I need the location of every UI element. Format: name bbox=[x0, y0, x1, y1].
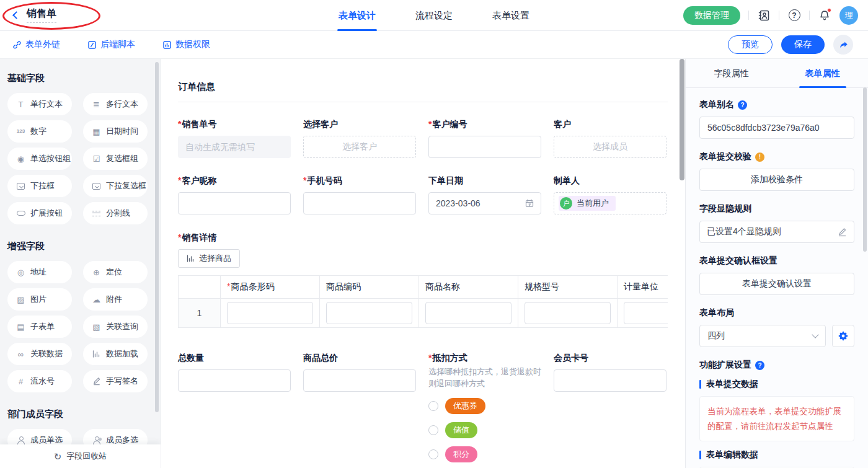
subform-header-row: *商品条形码 商品编码 商品名称 规格型号 计量单位 bbox=[179, 276, 668, 299]
field-recycle-bin[interactable]: ↻ 字段回收站 bbox=[0, 444, 161, 468]
select-member-button[interactable]: 选择成员 bbox=[554, 136, 666, 158]
notification-bell-icon[interactable] bbox=[818, 9, 831, 22]
select-goods-button[interactable]: 选择商品 bbox=[178, 249, 240, 268]
sidebar-item-multi-line-text[interactable]: ≣多行文本 bbox=[83, 93, 148, 115]
total-price-input[interactable] bbox=[303, 369, 416, 392]
user-avatar[interactable]: 理 bbox=[839, 6, 858, 25]
sidebar-item-radio-group[interactable]: ◉单选按钮组 bbox=[7, 148, 72, 170]
tab-form-setting[interactable]: 表单设置 bbox=[492, 0, 529, 31]
field-select-customer[interactable]: 选择客户 选择客户 bbox=[303, 119, 416, 158]
sidebar-item-multi-select[interactable]: 下拉复选框 bbox=[83, 175, 148, 197]
share-button[interactable] bbox=[833, 35, 853, 55]
field-customer-no[interactable]: *客户编号 bbox=[428, 119, 541, 158]
sidebar-item-serial-number[interactable]: #流水号 bbox=[7, 370, 72, 392]
tab-flow-setting[interactable]: 流程设定 bbox=[415, 0, 453, 31]
field-row-2: *客户昵称 *手机号码 下单日期 2023-03-06 制单人 户 bbox=[178, 175, 685, 214]
field-total-qty[interactable]: 总数量 bbox=[178, 353, 291, 392]
attachment-icon: ☁ bbox=[91, 296, 102, 304]
select-customer-button[interactable]: 选择客户 bbox=[303, 136, 416, 158]
form-alias-input[interactable] bbox=[699, 117, 854, 139]
form-layout-label: 表单布局 bbox=[699, 307, 854, 319]
sidebar-item-location[interactable]: ⊕定位 bbox=[83, 261, 148, 283]
tab-field-properties[interactable]: 字段属性 bbox=[686, 59, 777, 87]
deduction-option-stored-value[interactable]: 储值 bbox=[428, 422, 541, 438]
form-name-title[interactable]: 销售单 bbox=[27, 7, 56, 23]
sidebar-item-signature[interactable]: 手写签名 bbox=[83, 370, 148, 392]
sidebar-item-address[interactable]: ◎地址 bbox=[7, 261, 72, 283]
layout-settings-button[interactable] bbox=[832, 325, 854, 347]
nickname-input[interactable] bbox=[178, 192, 291, 214]
backend-script-button[interactable]: 后端脚本 bbox=[87, 39, 135, 50]
sidebar-scrollbar[interactable] bbox=[155, 62, 159, 412]
multi-select-icon bbox=[91, 183, 102, 190]
datetime-icon: ▦ bbox=[91, 128, 102, 136]
edit-icon[interactable] bbox=[838, 227, 847, 237]
mobile-input[interactable] bbox=[303, 192, 416, 214]
sidebar-item-subform[interactable]: ▤子表单 bbox=[7, 316, 72, 338]
data-permission-button[interactable]: 数据权限 bbox=[162, 39, 210, 50]
data-manage-button[interactable]: 数据管理 bbox=[683, 6, 740, 25]
sidebar-item-image[interactable]: ▨图片 bbox=[7, 288, 72, 311]
canvas-scrollbar[interactable] bbox=[680, 59, 684, 180]
field-row-3: 总数量 商品总价 *抵扣方式 选择哪种抵扣方式，退货退款时则退回哪种方式 优惠券… bbox=[178, 353, 685, 468]
external-link-button[interactable]: 表单外链 bbox=[12, 39, 60, 50]
panel-scrollbar[interactable] bbox=[863, 87, 867, 252]
field-creator[interactable]: 制单人 户 当前用户 bbox=[554, 175, 666, 214]
visibility-rules-box[interactable]: 已设置4个显隐规则 bbox=[699, 221, 854, 243]
radio-unselected[interactable] bbox=[428, 401, 438, 411]
deduction-option-coupon[interactable]: 优惠券 bbox=[428, 398, 541, 414]
subform-icon: ▤ bbox=[16, 323, 26, 331]
help-badge-icon[interactable] bbox=[738, 100, 747, 110]
bar-chart-icon bbox=[187, 255, 195, 262]
sidebar-item-number[interactable]: 123数字 bbox=[7, 120, 72, 143]
field-customer[interactable]: 客户 选择成员 bbox=[554, 119, 666, 158]
deduction-option-points[interactable]: 积分 bbox=[428, 446, 541, 462]
extension-settings-label: 功能扩展设置 bbox=[699, 360, 854, 371]
save-button[interactable]: 保存 bbox=[781, 35, 825, 54]
sidebar-item-datetime[interactable]: ▦日期时间 bbox=[83, 120, 148, 143]
subform-code-input[interactable] bbox=[326, 302, 412, 324]
subform-barcode-input[interactable] bbox=[227, 302, 313, 324]
order-date-picker[interactable]: 2023-03-06 bbox=[428, 192, 541, 214]
contacts-icon[interactable] bbox=[757, 9, 771, 22]
field-order-date[interactable]: 下单日期 2023-03-06 bbox=[428, 175, 541, 214]
layout-select[interactable]: 四列 bbox=[699, 325, 826, 347]
sidebar-item-extend-button[interactable]: 扩展按钮 bbox=[7, 202, 72, 224]
sidebar-item-attachment[interactable]: ☁附件 bbox=[83, 288, 148, 311]
warning-badge-icon[interactable] bbox=[755, 152, 764, 162]
sidebar-item-checkbox-group[interactable]: ☑复选框组 bbox=[83, 148, 148, 170]
creator-member-box[interactable]: 户 当前用户 bbox=[554, 192, 666, 214]
preview-button[interactable]: 预览 bbox=[728, 35, 773, 54]
field-sales-no[interactable]: *销售单号 bbox=[178, 119, 291, 158]
back-chevron-icon bbox=[12, 11, 20, 19]
submit-confirm-button[interactable]: 表单提交确认设置 bbox=[699, 273, 854, 295]
tab-form-design[interactable]: 表单设计 bbox=[339, 0, 376, 31]
subform-name-input[interactable] bbox=[425, 302, 512, 324]
customer-no-input[interactable] bbox=[428, 136, 541, 158]
sidebar-item-linked-data[interactable]: ∞关联数据 bbox=[7, 343, 72, 365]
submit-confirm-label: 表单提交确认框设置 bbox=[699, 255, 854, 267]
field-nickname[interactable]: *客户昵称 bbox=[178, 175, 291, 214]
section-title-enhanced-fields: 增强字段 bbox=[7, 241, 161, 252]
sidebar-item-select[interactable]: 下拉框 bbox=[7, 175, 72, 197]
field-member-card[interactable]: 会员卡号 bbox=[554, 353, 666, 392]
help-icon[interactable] bbox=[787, 9, 801, 22]
subform-unit-input[interactable] bbox=[624, 302, 668, 324]
help-badge-icon[interactable] bbox=[755, 361, 764, 370]
sidebar-item-data-load[interactable]: 数据加载 bbox=[83, 343, 148, 365]
recycle-icon: ↻ bbox=[54, 452, 62, 461]
add-validation-button[interactable]: 添加校验条件 bbox=[699, 169, 854, 191]
radio-unselected[interactable] bbox=[428, 449, 438, 459]
subform-spec-input[interactable] bbox=[525, 302, 611, 324]
member-card-input[interactable] bbox=[554, 369, 666, 392]
sidebar-item-divider[interactable]: 分割线 bbox=[83, 202, 148, 224]
back-button[interactable]: 销售单 bbox=[10, 7, 56, 23]
field-mobile[interactable]: *手机号码 bbox=[303, 175, 416, 214]
total-qty-input[interactable] bbox=[178, 369, 291, 392]
radio-unselected[interactable] bbox=[428, 425, 438, 435]
sidebar-item-single-line-text[interactable]: T单行文本 bbox=[7, 93, 72, 115]
sidebar-item-linked-query[interactable]: ▧关联查询 bbox=[83, 316, 148, 338]
tab-form-properties[interactable]: 表单属性 bbox=[777, 59, 868, 87]
field-total-price[interactable]: 商品总价 bbox=[303, 353, 416, 392]
radio-group-icon: ◉ bbox=[16, 155, 26, 163]
